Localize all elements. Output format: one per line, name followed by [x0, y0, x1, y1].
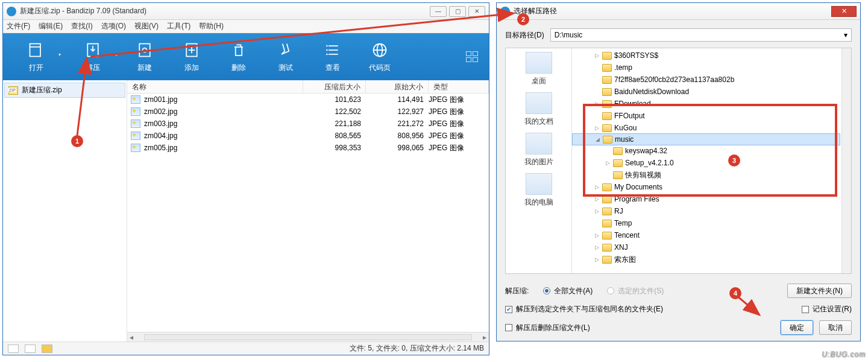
folder-icon [613, 171, 623, 179]
watermark: U:BUG.com [822, 346, 866, 360]
ok-button[interactable]: 确定 [781, 320, 813, 335]
tree-node[interactable]: .temp [572, 62, 851, 74]
expand-icon[interactable]: ▷ [594, 196, 600, 202]
check-same-name-folder[interactable]: ✔解压到选定文件夹下与压缩包同名的文件夹(E) [505, 304, 663, 314]
computer-icon [526, 173, 552, 195]
view-button[interactable]: 查看 [309, 41, 356, 73]
test-button[interactable]: 测试 [262, 41, 309, 73]
table-row[interactable]: zm001.jpg101,623114,491JPEG 图像 [127, 94, 489, 106]
status-icon[interactable] [8, 345, 19, 353]
extract-path-dialog: 选择解压路径 ✕ 目标路径(D) D:\music ▾ 桌面 我的文档 我的图片… [496, 2, 861, 341]
tree-node[interactable]: ▷Tencent [572, 229, 851, 241]
new-button[interactable]: 新建 [121, 41, 168, 73]
tree-node[interactable]: 快剪辑视频 [572, 169, 851, 181]
table-row[interactable]: zm003.jpg221,188221,272JPEG 图像 [127, 118, 489, 130]
menu-file[interactable]: 文件(F) [7, 21, 30, 31]
archive-tree[interactable]: 新建压缩.zip [3, 80, 127, 341]
folder-icon [602, 124, 612, 132]
col-type[interactable]: 类型 [429, 80, 489, 93]
add-button[interactable]: 添加 [168, 41, 215, 73]
table-row[interactable]: zm004.jpg808,565808,956JPEG 图像 [127, 130, 489, 142]
expand-icon[interactable]: ▷ [594, 184, 600, 190]
place-desktop[interactable]: 桌面 [506, 52, 571, 86]
expand-icon[interactable]: ▷ [594, 125, 600, 131]
tree-node[interactable]: FFOutput [572, 110, 851, 122]
tree-node[interactable]: ▷$360RTSYS$ [572, 49, 851, 62]
folder-icon [602, 220, 612, 227]
table-row[interactable]: zm005.jpg998,353998,065JPEG 图像 [127, 142, 489, 154]
expand-icon[interactable]: ▷ [605, 160, 611, 166]
layout-toggle-button[interactable] [460, 51, 484, 62]
place-pictures[interactable]: 我的图片 [506, 133, 571, 167]
extract-button[interactable]: ▾ 解压 [64, 41, 121, 73]
app-icon [7, 7, 16, 16]
tree-node[interactable]: ▷索东图 [572, 253, 851, 265]
menu-edit[interactable]: 编辑(E) [39, 21, 63, 31]
col-original[interactable]: 原始大小 [366, 80, 429, 93]
expand-icon[interactable]: ▷ [594, 52, 600, 59]
menu-help[interactable]: 帮助(H) [199, 21, 224, 31]
status-icon[interactable] [25, 345, 36, 353]
expand-icon[interactable]: ▷ [594, 101, 600, 107]
close-button[interactable]: ✕ [468, 6, 485, 17]
expand-icon[interactable]: ▷ [594, 256, 600, 262]
titlebar[interactable]: 新建压缩.zip - Bandizip 7.09 (Standard) — ▢ … [3, 3, 489, 20]
expand-icon[interactable]: ▷ [594, 232, 600, 238]
place-computer[interactable]: 我的电脑 [506, 173, 571, 208]
folder-icon [602, 244, 612, 252]
cancel-button[interactable]: 取消 [819, 320, 852, 335]
expand-icon[interactable]: ▷ [594, 208, 600, 214]
app-icon [500, 7, 510, 16]
tree-node[interactable]: BaiduNetdiskDownload [572, 86, 851, 98]
dialog-titlebar[interactable]: 选择解压路径 ✕ [497, 3, 860, 20]
table-row[interactable]: zm002.jpg122,502122,927JPEG 图像 [127, 106, 489, 118]
vertical-scrollbar[interactable] [841, 48, 851, 273]
tree-node[interactable]: ▷My Documents [572, 181, 851, 193]
tree-node[interactable]: ▷Setup_v4.2.1.0 [572, 157, 851, 169]
tree-node[interactable]: Temp [572, 217, 851, 229]
tree-node[interactable]: ▷Program Files [572, 193, 851, 205]
target-path-combo[interactable]: D:\music ▾ [550, 28, 852, 42]
place-documents[interactable]: 我的文档 [506, 92, 571, 127]
check-remember[interactable]: 记住设置(R) [802, 304, 852, 314]
open-icon [28, 41, 45, 59]
folder-icon [602, 232, 612, 240]
target-path-label: 目标路径(D) [505, 30, 544, 40]
menu-options[interactable]: 选项(O) [101, 21, 126, 31]
horizontal-scrollbar[interactable]: ◂▸ [127, 332, 489, 341]
tree-node[interactable]: keyswap4.32 [572, 145, 851, 157]
tree-node[interactable]: ▷KuGou [572, 122, 851, 134]
minimize-button[interactable]: — [430, 6, 447, 17]
tree-node[interactable]: ▷RJ [572, 205, 851, 217]
documents-icon [526, 92, 552, 114]
toolbar: ▾ 打开 ▾ 解压 新建 添加 删除 测试 查看 代码 [3, 33, 489, 80]
folder-tree[interactable]: ▷$360RTSYS$.temp7f2ff8ae520f0cb2d273ea11… [572, 48, 851, 273]
folder-icon [602, 183, 612, 191]
tree-node[interactable]: 7f2ff8ae520f0cb2d273ea1137aa802b [572, 74, 851, 86]
svg-point-13 [326, 53, 328, 55]
menu-tools[interactable]: 工具(T) [167, 21, 190, 31]
tree-node[interactable]: ▷XNJ [572, 241, 851, 253]
grid-icon [466, 51, 478, 62]
maximize-button[interactable]: ▢ [449, 6, 466, 17]
expand-icon[interactable]: ◢ [594, 136, 600, 142]
trash-icon [230, 41, 247, 59]
delete-button[interactable]: 删除 [215, 41, 262, 73]
status-icon[interactable] [42, 345, 52, 353]
svg-rect-0 [30, 43, 41, 56]
tree-node[interactable]: ▷FDownload [572, 98, 851, 110]
check-delete-after[interactable]: 解压后删除压缩文件(L) [505, 323, 590, 333]
column-headers[interactable]: 名称 压缩后大小 原始大小 类型 [127, 80, 489, 94]
menu-find[interactable]: 查找(I) [71, 21, 92, 31]
menu-view[interactable]: 视图(V) [134, 21, 159, 31]
col-name[interactable]: 名称 [127, 80, 303, 93]
col-compressed[interactable]: 压缩后大小 [303, 80, 366, 93]
new-folder-button[interactable]: 新建文件夹(N) [787, 284, 852, 298]
tree-root-item[interactable]: 新建压缩.zip [4, 83, 125, 98]
codepage-button[interactable]: 代码页 [356, 41, 403, 73]
tree-node[interactable]: ◢music [572, 133, 840, 145]
dialog-close-button[interactable]: ✕ [831, 6, 857, 17]
radio-all-files[interactable]: 全部文件(A) [543, 286, 593, 296]
open-button[interactable]: ▾ 打开 [8, 41, 64, 73]
expand-icon[interactable]: ▷ [594, 244, 600, 250]
